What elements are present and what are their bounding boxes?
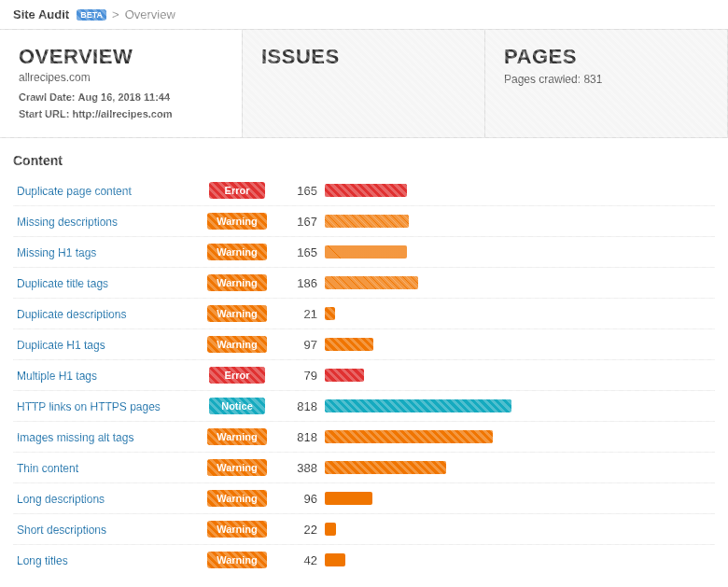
issue-bar [325, 461, 446, 474]
issue-bar [325, 399, 511, 412]
issues-table: Duplicate page contentError165Missing de… [13, 175, 715, 575]
bar-container [325, 399, 711, 412]
issue-bar [325, 492, 372, 505]
issue-bar [325, 553, 345, 566]
content-section: Content Duplicate page contentError165Mi… [0, 153, 728, 587]
issue-bar [325, 430, 493, 443]
issue-bar [325, 523, 336, 536]
table-row: HTTP links on HTTPS pagesNotice818 [13, 391, 715, 422]
